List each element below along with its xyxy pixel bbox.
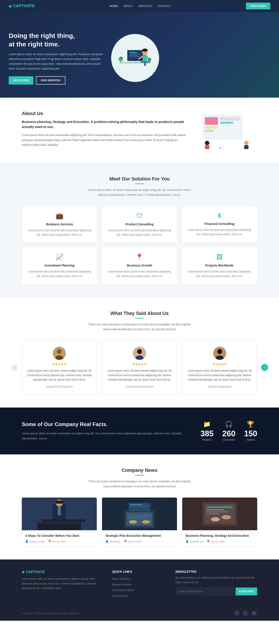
svg-rect-14	[140, 61, 149, 63]
solution-title-6: Projects Worldwide	[187, 264, 252, 267]
solution-title-4: Investment Planning	[27, 264, 92, 267]
svg-rect-53	[38, 524, 81, 530]
author-icon-1: 👤	[25, 540, 28, 543]
projects-label: Projects	[200, 438, 214, 441]
facebook-icon[interactable]: f	[234, 610, 240, 616]
svg-rect-15	[144, 63, 146, 66]
projects-number: 385	[200, 429, 214, 438]
stat-projects: 📁 385 Projects	[200, 420, 214, 441]
solution-card-6: 🖼 Projects Worldwide Lorem ipsum dolor s…	[182, 247, 257, 284]
svg-point-37	[222, 148, 223, 149]
footer-grid: ◈ CAPTIVATE Lorem ipsum dolor sit amet c…	[22, 570, 257, 600]
svg-rect-30	[205, 130, 214, 132]
nav-services[interactable]: SERVICES	[138, 4, 152, 8]
testimonials-grid: ★★★★★ Lorem ipsum dolor, sit amet consec…	[22, 340, 257, 394]
solution-title-5: Business Growth	[107, 264, 172, 267]
svg-point-38	[224, 148, 226, 149]
svg-point-43	[137, 349, 142, 354]
solution-body-5: Lorem ipsum dolor sit amet sed consectet…	[107, 269, 172, 278]
svg-point-10	[142, 48, 148, 52]
svg-rect-61	[128, 518, 146, 519]
svg-rect-29	[205, 126, 218, 128]
news-title: Company News	[22, 468, 257, 473]
solution-title-1: Business Services	[27, 222, 92, 226]
svg-rect-52	[58, 506, 61, 515]
news-content-1: 4 Steps To Consider Before You Start 👤 J…	[22, 530, 97, 546]
date-icon-3: 📅	[207, 540, 210, 543]
carousel-prev-button[interactable]: ‹	[11, 364, 18, 371]
svg-rect-59	[128, 515, 150, 516]
news-title-2: Strategic Plan Execution Management	[106, 534, 174, 538]
footer-links-title: QUICK LINKS	[112, 570, 167, 574]
svg-rect-8	[133, 62, 138, 64]
footer-brand: ◈ CAPTIVATE Lorem ipsum dolor sit amet c…	[22, 570, 104, 600]
product-consulting-icon: 🛡	[107, 212, 172, 220]
instagram-icon[interactable]: in	[251, 610, 257, 616]
nav-home[interactable]: HOME	[110, 4, 118, 8]
testimonial-text-1: Lorem ipsum dolor, sit amet consect adip…	[26, 368, 92, 382]
brand-name: CAPTIVATE	[13, 4, 35, 8]
svg-rect-25	[205, 117, 218, 125]
svg-text:→: →	[227, 123, 231, 128]
solution-card-3: $ Financial Consulting Lorem ipsum dolor…	[182, 206, 257, 243]
awards-label: Awards	[244, 438, 257, 441]
footer-link-4[interactable]: View projects	[112, 594, 167, 597]
hero-description: Lorem ipsum dolor sit amet consectetur a…	[9, 52, 104, 71]
news-img-3	[182, 498, 257, 530]
news-date-2: 📅 Jan 18, 2020	[124, 540, 142, 543]
view-demo-button[interactable]: VIEW DEMO	[246, 2, 270, 9]
twitter-icon[interactable]: t	[242, 610, 248, 616]
stat-awards: 🏆 150 Awards	[244, 420, 257, 441]
nav-contact[interactable]: CONTACT	[158, 4, 171, 8]
investment-planning-icon: 📈	[27, 254, 92, 261]
carousel-next-button[interactable]: ›	[261, 364, 268, 371]
solutions-section: Meet Our Solution For You Lorem ipsum do…	[0, 163, 279, 298]
footer-link-1[interactable]: About company	[112, 577, 167, 580]
testimonial-card-2: ★★★★★ Lorem ipsum dolor, sit amet consec…	[102, 340, 177, 394]
email-input[interactable]	[176, 588, 236, 596]
social-icons: f t in	[234, 610, 257, 616]
footer-link-3[interactable]: How does it Work?	[112, 588, 167, 592]
hero-illustration	[111, 34, 159, 82]
footer-brand-desc: Lorem ipsum dolor sit amet consectetur e…	[22, 577, 104, 591]
author-icon-2: 👤	[106, 540, 108, 543]
consultant-label: Consultant	[222, 438, 236, 441]
stats-numbers: 📁 385 Projects 🎧 260 Consultant 🏆 150 Aw…	[200, 420, 257, 441]
solution-body-6: Lorem ipsum dolor sit amet sed consectet…	[187, 269, 252, 278]
logo-icon: ◈	[9, 4, 12, 8]
testimonials-subtitle: There are many variations of passages of…	[85, 322, 194, 332]
solutions-grid: 💼 Business Services Lorem ipsum dolor si…	[22, 206, 257, 284]
solution-card-1: 💼 Business Services Lorem ipsum dolor si…	[22, 206, 98, 243]
svg-rect-23	[122, 62, 124, 62]
hero-heading: Doing the right thing, at the right time…	[9, 32, 104, 48]
news-meta-2: 👤 Alexander 📅 Jan 18, 2020	[106, 540, 174, 543]
svg-rect-74	[207, 511, 228, 512]
testimonials-title: What They Said About Us	[22, 310, 257, 316]
subscribe-button[interactable]: SUBSCRIBE	[236, 588, 257, 596]
testimonial-name-2: Christopher Designation	[106, 385, 172, 388]
svg-point-71	[222, 515, 231, 519]
news-content-3: Business Planning, Strategy And Executio…	[182, 530, 257, 546]
hero-buttons: READ MORE OUR SERVICES	[9, 76, 104, 84]
testimonials-wrapper: ‹ ★★★★★ Lorem ipsum dolor, sit amet cons…	[22, 340, 257, 394]
svg-rect-35	[244, 145, 248, 149]
solution-card-5: 📍 Business Growth Lorem ipsum dolor sit …	[102, 247, 178, 284]
news-author-3: 👤 Elisabeth lee	[186, 540, 203, 543]
read-more-button[interactable]: READ MORE	[9, 76, 33, 84]
testimonials-underline	[135, 318, 144, 318]
news-underline	[135, 475, 144, 476]
testimonials-section: What They Said About Us There are many v…	[0, 298, 279, 408]
footer-link-2[interactable]: Explore services	[112, 582, 167, 586]
nav-about[interactable]: ABOUT	[123, 4, 133, 8]
our-services-button[interactable]: OUR SERVICES	[36, 76, 65, 84]
news-subtitle: There are many variations of passages of…	[85, 479, 194, 488]
solution-body-2: Lorem ipsum dolor sit amet sed consectet…	[107, 228, 172, 237]
svg-point-63	[142, 520, 150, 524]
svg-point-40	[57, 349, 62, 354]
svg-point-70	[211, 517, 220, 522]
svg-point-34	[244, 141, 248, 145]
solution-card-2: 🛡 Product Consulting Lorem ipsum dolor s…	[102, 206, 178, 243]
svg-rect-65	[130, 504, 143, 505]
svg-rect-21	[122, 60, 125, 62]
about-section: About Us Business planning, Strategy and…	[0, 98, 279, 163]
